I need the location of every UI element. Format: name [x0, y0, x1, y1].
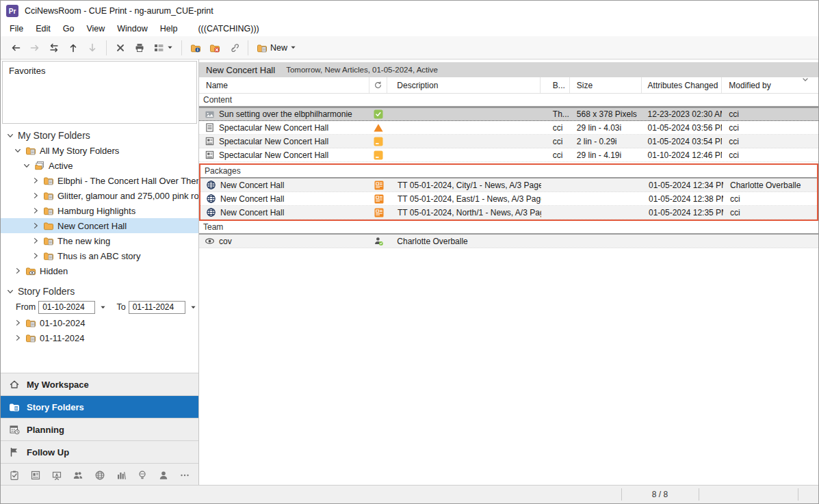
text-doc-icon — [205, 122, 215, 133]
menu-file[interactable]: File — [3, 23, 29, 35]
new-button-label: New — [270, 43, 287, 53]
tree-item-hidden[interactable]: Hidden — [1, 263, 198, 278]
my-story-folders-header[interactable]: My Story Folders — [1, 128, 198, 143]
arrow-down-icon — [87, 42, 98, 53]
chevron-right-icon — [31, 222, 40, 230]
new-button[interactable]: New — [252, 39, 300, 57]
cell-description — [387, 148, 541, 161]
menu-view[interactable]: View — [80, 23, 111, 35]
view-options-button[interactable] — [149, 39, 177, 57]
table-row-spectacular-new-concert-hall-2[interactable]: Spectacular New Concert Hallcci2 lin - 0… — [199, 135, 818, 148]
folder-doc-icon — [43, 190, 54, 201]
menu-catching[interactable]: (((CATCHING))) — [192, 23, 265, 35]
tree-item-01-10-2024[interactable]: 01-10-2024 — [1, 315, 198, 330]
chevron-right-icon — [14, 267, 22, 275]
tree-item-label: Elbphi - The Concert Hall Over Them All — [57, 176, 198, 186]
table-row-new-concert-hall-2[interactable]: New Concert HallTT 05-01-2024, North/1 -… — [200, 206, 817, 220]
row-name: Spectacular New Concert Hall — [219, 150, 328, 160]
favorites-panel[interactable]: Favorites — [2, 61, 197, 124]
to-date-dropdown[interactable] — [188, 301, 198, 314]
user-icon[interactable] — [158, 470, 169, 481]
forward-button — [25, 39, 44, 57]
column-attributes-changed[interactable]: Attributes Changed — [642, 77, 723, 93]
tree-item-thus-is-an-abc-story[interactable]: Thus is an ABC story — [1, 248, 198, 263]
idea-icon[interactable] — [137, 470, 148, 481]
column-size[interactable]: Size — [570, 77, 642, 93]
artboard-icon[interactable] — [51, 470, 62, 481]
cell-b: Th... — [541, 108, 570, 120]
tasks-icon[interactable] — [9, 470, 20, 481]
tree-item-elbphi-the-concert-hall-over-them-all[interactable]: Elbphi - The Concert Hall Over Them All — [1, 173, 198, 188]
nav-story-folders[interactable]: Story Folders — [1, 395, 198, 418]
home-icon — [9, 379, 20, 390]
stats-icon[interactable] — [116, 470, 127, 481]
nav-my-workspace[interactable]: My Workspace — [1, 373, 198, 395]
tree-item-01-11-2024[interactable]: 01-11-2024 — [1, 330, 198, 345]
up-button[interactable] — [64, 39, 83, 57]
nav-label: Follow Up — [27, 447, 69, 457]
contacts-icon[interactable] — [73, 470, 83, 481]
menu-go[interactable]: Go — [57, 23, 81, 35]
cell-status — [369, 135, 387, 148]
tree-item-the-new-king[interactable]: The new king — [1, 233, 198, 248]
to-date-input[interactable]: 01-11-2024 — [129, 301, 185, 314]
row-name: Sun setting over the elbphilharmonie — [219, 109, 352, 119]
arrow-up-icon — [68, 42, 79, 53]
menu-edit[interactable]: Edit — [29, 23, 57, 35]
menu-help[interactable]: Help — [154, 23, 184, 35]
folder-plain-icon — [43, 220, 54, 231]
cell-attributes-changed: 01-05-2024 12:35 PM — [642, 206, 723, 219]
folder-doc-icon — [43, 235, 54, 246]
print-button[interactable] — [130, 39, 149, 57]
globe-icon — [206, 180, 216, 190]
cell-status — [370, 178, 388, 191]
column-name[interactable]: Name — [199, 77, 369, 93]
folder-delete-button[interactable] — [205, 39, 224, 57]
table-row-sun-setting-over-the-elbphilharmonie-0[interactable]: Sun setting over the elbphilharmonieTh..… — [199, 107, 818, 121]
swap-button[interactable] — [44, 39, 64, 57]
cell-modified-by: Charlotte Overballe — [723, 178, 817, 191]
tree-item-all-my-story-folders[interactable]: All My Story Folders — [1, 143, 198, 158]
delete-icon — [115, 42, 126, 53]
link-button[interactable] — [224, 39, 244, 57]
delete-button[interactable] — [111, 39, 130, 57]
refresh-icon[interactable] — [374, 81, 382, 90]
table-row-spectacular-new-concert-hall-3[interactable]: Spectacular New Concert Hallcci29 lin - … — [199, 148, 818, 162]
group-label: Content — [203, 95, 232, 105]
down-button — [83, 39, 102, 57]
cell-name: Sun setting over the elbphilharmonie — [199, 108, 369, 120]
cell-name: Spectacular New Concert Hall — [199, 148, 369, 161]
tree-item-active[interactable]: Active — [1, 158, 198, 173]
table-row-cov-0[interactable]: covCharlotte Overballe — [199, 235, 818, 248]
more-icon[interactable] — [179, 470, 190, 481]
tree-item-new-concert-hall[interactable]: New Concert Hall — [1, 218, 198, 233]
back-button[interactable] — [6, 39, 25, 57]
menu-window[interactable]: Window — [111, 23, 153, 35]
cell-b: cci — [541, 121, 570, 134]
column-b[interactable]: B... — [541, 77, 570, 93]
group-header-content[interactable]: Content — [199, 94, 818, 107]
table-row-new-concert-hall-1[interactable]: New Concert HallTT 05-01-2024, East/1 - … — [200, 192, 817, 206]
table-row-new-concert-hall-0[interactable]: New Concert HallTT 05-01-2024, City/1 - … — [200, 178, 817, 192]
group-content: ContentSun setting over the elbphilharmo… — [199, 94, 818, 162]
nav-follow-up[interactable]: Follow Up — [1, 440, 198, 463]
my-story-folders-label: My Story Folders — [18, 130, 90, 141]
to-label: To — [116, 302, 125, 312]
column-modified-by[interactable]: Modified by — [722, 77, 818, 93]
tree-item-glitter-glamour-and-275-000-pink-roses[interactable]: Glitter, glamour and 275,000 pink roses — [1, 188, 198, 203]
from-date-dropdown[interactable] — [98, 301, 108, 314]
nav-planning[interactable]: Planning — [1, 418, 198, 440]
group-header-packages[interactable]: Packages — [200, 165, 817, 178]
folder-info-button[interactable] — [186, 39, 205, 57]
cell-attributes-changed: 01-05-2024 03:54 PM — [642, 135, 723, 148]
cell-b — [541, 178, 571, 191]
web-icon[interactable] — [94, 470, 105, 481]
pages-icon[interactable] — [30, 470, 41, 481]
from-date-input[interactable]: 01-10-2024 — [38, 301, 95, 314]
story-folders-header[interactable]: Story Folders — [1, 284, 198, 299]
table-row-spectacular-new-concert-hall-1[interactable]: Spectacular New Concert Hallcci29 lin - … — [199, 121, 818, 135]
tree-item-hamburg-highlights[interactable]: Hamburg Highlights — [1, 203, 198, 218]
column-status[interactable] — [369, 77, 387, 93]
column-description[interactable]: Description — [387, 77, 541, 93]
group-header-team[interactable]: Team — [199, 221, 818, 235]
